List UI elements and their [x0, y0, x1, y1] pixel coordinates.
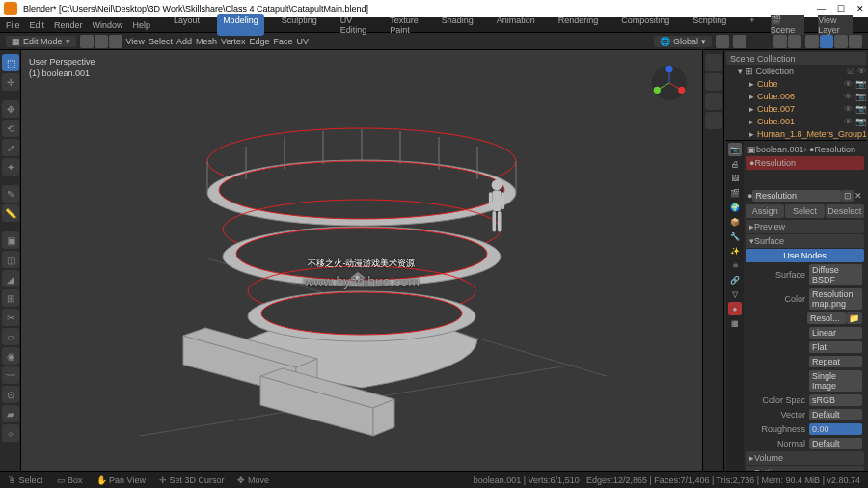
nav-gizmo[interactable] — [650, 64, 689, 102]
face-select-icon[interactable] — [109, 35, 122, 48]
prop-output-icon[interactable]: 🖨 — [728, 157, 742, 171]
mode-selector[interactable]: ▦ Edit Mode ▾ — [6, 36, 76, 47]
surface-header[interactable]: ▾ Surface — [746, 234, 864, 248]
deselect-button[interactable]: Deselect — [826, 204, 864, 218]
workspace-rendering[interactable]: Rendering — [553, 14, 605, 36]
snap-icon[interactable] — [716, 35, 729, 48]
outliner-collection[interactable]: Collection — [756, 67, 795, 76]
proportional-edit-icon[interactable] — [733, 35, 746, 48]
material-name[interactable]: Resolution — [752, 190, 841, 202]
shading-wireframe-icon[interactable] — [805, 35, 819, 48]
workspace-anim[interactable]: Animation — [491, 14, 541, 36]
menu-help[interactable]: Help — [133, 20, 151, 30]
volume-header[interactable]: ▸ Volume — [746, 451, 864, 465]
colorspace[interactable]: sRGB — [809, 394, 862, 406]
outliner-item[interactable]: Cube — [757, 79, 778, 89]
orientation-selector[interactable]: 🌐 Global ▾ — [654, 36, 712, 47]
color-texture[interactable]: Resolution map.png — [809, 288, 862, 310]
interp-linear[interactable]: Linear — [809, 327, 862, 339]
move-tool-icon[interactable]: ✥ — [2, 100, 19, 118]
normal-input[interactable]: Default — [809, 438, 862, 449]
knife-tool-icon[interactable]: ✂ — [2, 309, 19, 326]
annotate-tool-icon[interactable]: ✎ — [2, 185, 19, 203]
toolbar-add[interactable]: Add — [176, 37, 192, 46]
shrink-tool-icon[interactable]: ⊙ — [2, 386, 19, 403]
vertex-select-icon[interactable] — [80, 35, 94, 48]
prop-render-icon[interactable]: 📷 — [728, 143, 742, 156]
scale-tool-icon[interactable]: ⤢ — [2, 139, 19, 156]
workspace-compositing[interactable]: Compositing — [615, 14, 675, 36]
toolbar-mesh[interactable]: Mesh — [196, 37, 217, 46]
object-name[interactable]: boolean.001 — [756, 145, 804, 154]
toolbar-vertex[interactable]: Vertex — [221, 37, 246, 46]
outliner[interactable]: Scene Collection ▾ ⊞ Collection☑ 👁 ▸ Cub… — [726, 52, 866, 141]
vector-input[interactable]: Default — [809, 409, 862, 420]
cursor-tool-icon[interactable]: ✛ — [2, 73, 19, 91]
assign-button[interactable]: Assign — [746, 204, 784, 218]
camera-icon[interactable] — [705, 93, 722, 110]
proj-flat[interactable]: Flat — [809, 341, 862, 353]
workspace-modeling[interactable]: Modeling — [217, 14, 264, 36]
outliner-item[interactable]: Cube.001 — [757, 117, 795, 126]
scene-selector[interactable]: 🎬 Scene — [771, 15, 805, 35]
measure-tool-icon[interactable]: 📏 — [2, 204, 19, 222]
spin-tool-icon[interactable]: ◉ — [2, 347, 19, 365]
prop-material-icon[interactable]: ● — [728, 302, 742, 315]
edge-select-icon[interactable] — [95, 35, 108, 48]
surface-shader[interactable]: Diffuse BSDF — [809, 264, 862, 285]
toolbar-face[interactable]: Face — [273, 37, 292, 46]
viewlayer-selector[interactable]: View Layer — [818, 15, 853, 35]
workspace-texpaint[interactable]: Texture Paint — [384, 14, 424, 36]
close-button[interactable]: ✕ — [856, 4, 864, 14]
workspace-add[interactable]: + — [744, 14, 760, 36]
workspace-sculpting[interactable]: Sculpting — [276, 14, 323, 36]
rip-tool-icon[interactable]: ⟐ — [2, 424, 19, 442]
prop-mesh-icon[interactable]: ▽ — [728, 287, 742, 301]
settings-header[interactable]: ▾ Settings — [746, 466, 864, 471]
workspace-layout[interactable]: Layout — [168, 14, 205, 36]
select-button[interactable]: Select — [785, 204, 824, 218]
shear-tool-icon[interactable]: ▰ — [2, 405, 19, 422]
toolbar-edge[interactable]: Edge — [249, 37, 269, 46]
menu-file[interactable]: File — [6, 20, 20, 30]
prop-world-icon[interactable]: 🌍 — [728, 201, 742, 214]
extrude-tool-icon[interactable]: ▣ — [2, 231, 19, 249]
persp-icon[interactable] — [705, 112, 722, 129]
viewport-3d[interactable]: User Perspective (1) boolean.001 不移之火-动漫… — [21, 50, 702, 471]
prop-particle-icon[interactable]: ✨ — [728, 244, 742, 258]
menu-edit[interactable]: Edit — [30, 20, 45, 30]
prop-physics-icon[interactable]: ⚛ — [728, 258, 742, 272]
toolbar-uv[interactable]: UV — [297, 37, 310, 46]
prop-viewlayer-icon[interactable]: 🖼 — [728, 172, 742, 185]
polybuild-tool-icon[interactable]: ▱ — [2, 328, 19, 345]
ext-repeat[interactable]: Repeat — [809, 356, 862, 367]
outliner-item[interactable]: Human_1.8_Meters_Group1 — [757, 129, 866, 139]
prop-object-icon[interactable]: 📦 — [728, 215, 742, 229]
loopcut-tool-icon[interactable]: ⊞ — [2, 289, 19, 307]
prop-modifier-icon[interactable]: 🔧 — [728, 230, 742, 243]
workspace-shading[interactable]: Shading — [436, 14, 479, 36]
prop-texture-icon[interactable]: ▦ — [728, 316, 742, 330]
minimize-button[interactable]: — — [817, 4, 826, 14]
select-tool-icon[interactable]: ⬚ — [2, 54, 19, 71]
bevel-tool-icon[interactable]: ◢ — [2, 270, 19, 287]
pan-icon[interactable] — [705, 73, 722, 91]
overlay-icon[interactable] — [773, 35, 787, 48]
inset-tool-icon[interactable]: ◫ — [2, 251, 19, 268]
smooth-tool-icon[interactable]: 〰 — [2, 366, 19, 384]
open-image-icon[interactable]: 📁 — [846, 312, 862, 324]
menu-window[interactable]: Window — [93, 20, 123, 30]
shading-rendered-icon[interactable] — [849, 35, 862, 48]
prop-scene-icon[interactable]: 🎬 — [728, 186, 742, 200]
prop-constraint-icon[interactable]: 🔗 — [728, 273, 742, 286]
zoom-icon[interactable] — [705, 54, 722, 71]
toolbar-select[interactable]: Select — [149, 37, 173, 46]
outliner-item[interactable]: Cube.007 — [757, 104, 795, 114]
outliner-scene[interactable]: Scene Collection — [730, 54, 796, 64]
maximize-button[interactable]: ☐ — [837, 4, 845, 14]
rotate-tool-icon[interactable]: ⟲ — [2, 120, 19, 137]
toolbar-view[interactable]: View — [126, 37, 145, 46]
shading-solid-icon[interactable] — [820, 35, 833, 48]
image-slot[interactable]: Resol... — [807, 312, 846, 324]
xray-icon[interactable] — [788, 35, 801, 48]
